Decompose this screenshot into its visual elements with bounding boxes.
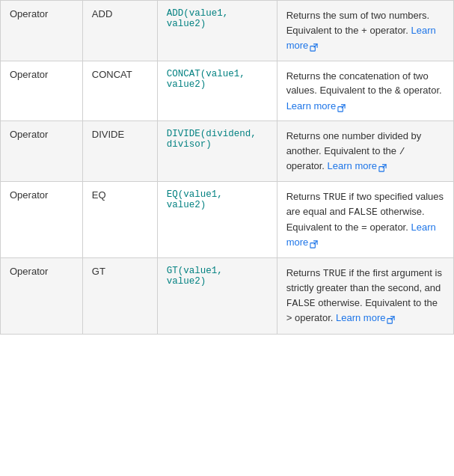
external-link-icon	[337, 102, 346, 110]
cell-description: Returns TRUE if the first argument is st…	[277, 257, 453, 334]
learn-more-link[interactable]: Learn more	[328, 160, 387, 171]
svg-line-1	[314, 44, 317, 47]
cell-type: Operator	[1, 181, 83, 257]
cell-type: Operator	[1, 1, 83, 61]
cell-name: DIVIDE	[82, 121, 157, 182]
svg-line-5	[383, 165, 386, 168]
external-link-icon	[310, 238, 318, 246]
cell-syntax: GT(value1, value2)	[157, 257, 277, 334]
cell-name: ADD	[82, 1, 157, 61]
cell-description: Returns the sum of two numbers. Equivale…	[277, 1, 453, 61]
cell-syntax: ADD(value1,value2)	[157, 1, 277, 61]
learn-more-link[interactable]: Learn more	[286, 100, 346, 112]
cell-type: Operator	[1, 121, 83, 182]
cell-syntax: DIVIDE(dividend,divisor)	[157, 121, 277, 182]
cell-description: Returns the concatenation of two values.…	[277, 61, 453, 121]
cell-syntax: CONCAT(value1,value2)	[157, 61, 277, 121]
svg-line-3	[342, 104, 345, 107]
cell-description: Returns one number divided by another. E…	[277, 121, 453, 182]
svg-line-7	[314, 241, 317, 244]
table-row: Operator GT GT(value1, value2) Returns T…	[1, 257, 454, 334]
functions-table: Operator ADD ADD(value1,value2) Returns …	[0, 0, 454, 335]
cell-type: Operator	[1, 61, 83, 121]
external-link-icon	[310, 41, 318, 49]
external-link-icon	[387, 314, 395, 322]
table-row: Operator ADD ADD(value1,value2) Returns …	[1, 1, 454, 61]
cell-name: CONCAT	[82, 61, 157, 121]
cell-name: EQ	[82, 181, 157, 257]
table-row: Operator EQ EQ(value1, value2) Returns T…	[1, 181, 454, 257]
table-row: Operator DIVIDE DIVIDE(dividend,divisor)…	[1, 121, 454, 182]
cell-name: GT	[82, 257, 157, 334]
table-row: Operator CONCAT CONCAT(value1,value2) Re…	[1, 61, 454, 121]
cell-description: Returns TRUE if two specified values are…	[277, 181, 453, 257]
svg-line-9	[391, 317, 394, 320]
cell-type: Operator	[1, 257, 83, 334]
cell-syntax: EQ(value1, value2)	[157, 181, 277, 257]
external-link-icon	[378, 162, 387, 170]
learn-more-link[interactable]: Learn more	[336, 312, 395, 323]
